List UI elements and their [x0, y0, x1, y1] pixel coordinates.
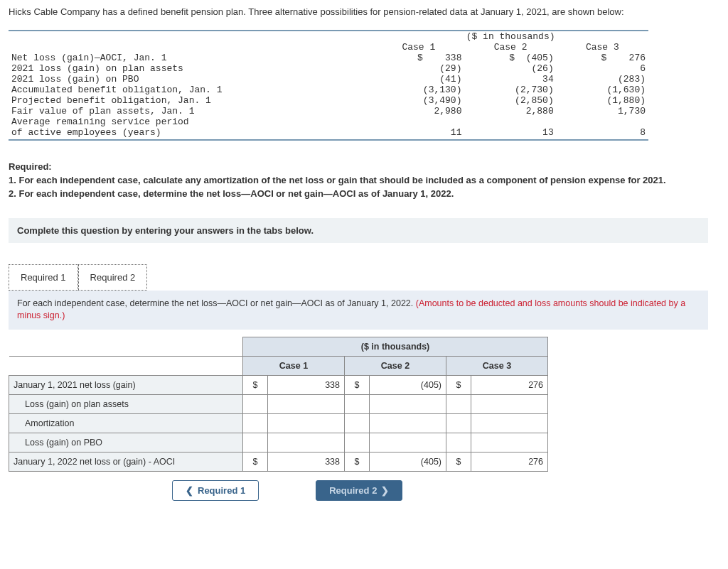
data-cell: 2,880 — [464, 106, 556, 116]
data-cell: $ (405) — [464, 53, 556, 63]
answer-cell-value[interactable] — [268, 413, 345, 433]
answer-cell-currency[interactable] — [345, 394, 370, 413]
data-cell: 6 — [557, 63, 648, 74]
data-cell: (1,880) — [557, 95, 648, 106]
required-item-2: 2. For each independent case, determine … — [9, 188, 454, 199]
prev-button-label: Required 1 — [198, 485, 245, 496]
data-cell: (2,850) — [464, 95, 556, 106]
answer-cell-value[interactable]: (405) — [370, 452, 446, 471]
data-cell: $ 276 — [557, 53, 648, 63]
data-cell: 8 — [557, 127, 648, 138]
next-button[interactable]: Required 2 ❯ — [316, 480, 402, 501]
next-button-label: Required 2 — [329, 485, 377, 496]
answer-cell-value[interactable] — [370, 413, 446, 433]
required-section: Required: 1. For each independent case, … — [9, 161, 719, 201]
answer-cell-value[interactable]: (405) — [370, 375, 446, 394]
answer-cell-value[interactable]: 338 — [268, 452, 345, 471]
answer-cell-value[interactable] — [370, 433, 446, 452]
data-row-label: Fair value of plan assets, Jan. 1 — [9, 106, 373, 116]
answer-table: ($ in thousands) Case 1 Case 2 Case 3 Ja… — [9, 337, 548, 472]
data-row-label: Projected benefit obligation, Jan. 1 — [9, 95, 373, 106]
answer-col-case-3: Case 3 — [446, 356, 548, 375]
given-data-table: ($ in thousands) Case 1 Case 2 Case 3 Ne… — [9, 28, 648, 141]
answer-cell-currency[interactable]: $ — [446, 452, 471, 471]
data-row-label: 2021 loss (gain) on PBO — [9, 74, 373, 85]
answer-cell-currency[interactable] — [446, 394, 471, 413]
prev-button[interactable]: ❮ Required 1 — [172, 480, 259, 501]
data-cell: $ 338 — [373, 53, 464, 63]
answer-cell-currency[interactable]: $ — [446, 375, 471, 394]
answer-cell-value[interactable] — [370, 394, 446, 413]
tab-content-required-2: For each independent case, determine the… — [9, 291, 708, 330]
answer-cell-currency[interactable] — [345, 413, 370, 433]
answer-cell-currency[interactable] — [446, 433, 471, 452]
answer-row-label: Amortization — [9, 413, 243, 433]
data-row-label: of active employees (years) — [9, 127, 373, 138]
data-cell: 11 — [373, 127, 464, 138]
data-cell: 13 — [464, 127, 556, 138]
data-cell: (26) — [464, 63, 556, 74]
answer-cell-value[interactable] — [471, 433, 548, 452]
chevron-right-icon: ❯ — [381, 485, 389, 496]
problem-intro: Hicks Cable Company has a defined benefi… — [9, 6, 719, 18]
tab2-instruction: For each independent case, determine the… — [17, 298, 416, 308]
data-cell: (41) — [373, 74, 464, 85]
unit-header: ($ in thousands) — [373, 31, 648, 42]
col-case-3: Case 3 — [557, 42, 648, 53]
data-cell — [373, 116, 464, 127]
data-cell: (283) — [557, 74, 648, 85]
answer-cell-currency[interactable] — [243, 433, 268, 452]
answer-row-label: Loss (gain) on plan assets — [9, 394, 243, 413]
answer-cell-value[interactable]: 338 — [268, 375, 345, 394]
required-item-1: 1. For each independent case, calculate … — [9, 175, 666, 185]
answer-cell-value[interactable]: 276 — [471, 452, 548, 471]
answer-row-label: January 1, 2021 net loss (gain) — [9, 375, 243, 394]
col-case-2: Case 2 — [464, 42, 556, 53]
answer-col-case-2: Case 2 — [345, 356, 446, 375]
data-cell — [464, 116, 556, 127]
answer-cell-currency[interactable]: $ — [243, 452, 268, 471]
answer-cell-value[interactable]: 276 — [471, 375, 548, 394]
data-cell: (1,630) — [557, 85, 648, 95]
answer-cell-value[interactable] — [471, 394, 548, 413]
answer-row-label: Loss (gain) on PBO — [9, 433, 243, 452]
answer-cell-value[interactable] — [471, 413, 548, 433]
answer-cell-currency[interactable]: $ — [345, 375, 370, 394]
data-cell — [557, 116, 648, 127]
chevron-left-icon: ❮ — [186, 485, 193, 496]
data-row-label: Net loss (gain)—AOCI, Jan. 1 — [9, 53, 373, 63]
tab-bar: Required 1 Required 2 — [9, 264, 719, 291]
answer-cell-currency[interactable] — [243, 394, 268, 413]
tab-required-1[interactable]: Required 1 — [9, 264, 78, 291]
col-case-1: Case 1 — [373, 42, 464, 53]
data-cell: (3,130) — [373, 85, 464, 95]
answer-unit-header: ($ in thousands) — [243, 337, 548, 356]
data-row-label: Accumulated benefit obligation, Jan. 1 — [9, 85, 373, 95]
answer-cell-currency[interactable]: $ — [243, 375, 268, 394]
answer-col-case-1: Case 1 — [243, 356, 345, 375]
answer-cell-currency[interactable] — [243, 413, 268, 433]
data-cell: (29) — [373, 63, 464, 74]
data-cell: 1,730 — [557, 106, 648, 116]
required-title: Required: — [9, 161, 52, 172]
answer-cell-currency[interactable] — [345, 433, 370, 452]
data-row-label: 2021 loss (gain) on plan assets — [9, 63, 373, 74]
answer-cell-currency[interactable]: $ — [345, 452, 370, 471]
data-row-label: Average remaining service period — [9, 116, 373, 127]
tab-required-2[interactable]: Required 2 — [78, 264, 148, 291]
answer-cell-currency[interactable] — [446, 413, 471, 433]
answer-cell-value[interactable] — [268, 394, 345, 413]
answer-row-label: January 1, 2022 net loss or (gain) - AOC… — [9, 452, 243, 471]
data-cell: 34 — [464, 74, 556, 85]
data-cell: 2,980 — [373, 106, 464, 116]
data-cell: (2,730) — [464, 85, 556, 95]
answer-cell-value[interactable] — [268, 433, 345, 452]
data-cell: (3,490) — [373, 95, 464, 106]
instruction-bar: Complete this question by entering your … — [9, 218, 708, 243]
